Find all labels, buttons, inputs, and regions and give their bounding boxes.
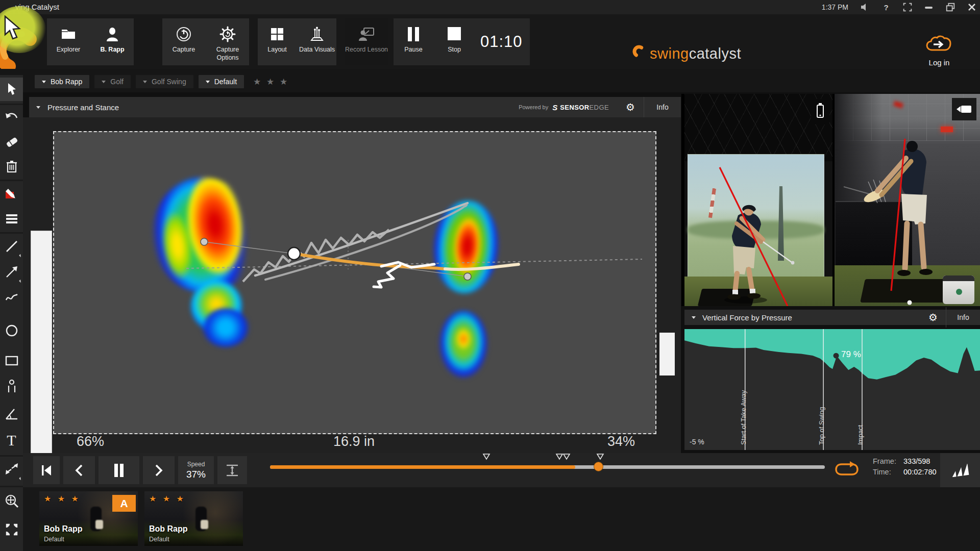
- playback-speed-button[interactable]: Speed 37%: [178, 456, 214, 484]
- center-of-pressure-dot[interactable]: [288, 247, 300, 260]
- stop-recording-button[interactable]: Stop: [434, 18, 474, 65]
- cop-trace-cream: [445, 264, 519, 269]
- fullscreen-icon[interactable]: [902, 2, 913, 12]
- draw-color-tool[interactable]: [0, 182, 23, 206]
- force-panel-header: Vertical Force by Pressure ⚙ Info: [684, 310, 980, 325]
- eraser-tool[interactable]: [0, 130, 23, 154]
- loop-toggle-button[interactable]: [835, 461, 859, 480]
- user-button[interactable]: B. Rapp: [91, 18, 134, 65]
- restore-window-icon[interactable]: [945, 2, 955, 12]
- timeline-slider-handle[interactable]: [594, 462, 603, 471]
- delete-tool[interactable]: [0, 155, 23, 178]
- camera-source-chip[interactable]: [811, 99, 829, 124]
- previous-frame-button[interactable]: [63, 456, 95, 484]
- annotation-tool-sidebar: T: [0, 75, 23, 551]
- video-down-the-line[interactable]: [835, 94, 980, 306]
- thumbnail-preset-name: Default: [44, 536, 64, 543]
- timeline-bookmarks[interactable]: [480, 454, 612, 461]
- plumb-line-tool[interactable]: [0, 374, 23, 398]
- logo-swing-text: swing: [650, 45, 689, 62]
- help-icon[interactable]: ?: [881, 2, 891, 12]
- stance-width-value: 16.9 in: [333, 434, 375, 449]
- pause-recording-button[interactable]: Pause: [394, 18, 433, 65]
- explorer-button[interactable]: Explorer: [47, 18, 90, 65]
- camera-source-chip[interactable]: [952, 98, 976, 120]
- pressure-panel-header-right: Powered by S SENSOR EDGE ⚙ Info: [519, 97, 681, 117]
- text-tool[interactable]: T: [0, 429, 23, 452]
- pressure-info-button[interactable]: Info: [644, 97, 681, 117]
- close-icon[interactable]: [967, 2, 977, 12]
- more-visuals-button[interactable]: [940, 453, 980, 487]
- person-icon: [105, 24, 120, 44]
- breadcrumb-athlete-dropdown[interactable]: Bob Rapp: [35, 75, 89, 88]
- rating-stars[interactable]: ★ ★ ★: [253, 77, 289, 87]
- skip-to-start-button[interactable]: [33, 456, 60, 484]
- rectangle-tool[interactable]: [0, 349, 23, 372]
- pressure-settings-button[interactable]: ⚙: [617, 97, 644, 117]
- thumbnail-rating-stars: ★ ★ ★: [44, 494, 81, 504]
- breadcrumb-sport-dropdown[interactable]: Golf: [94, 75, 131, 88]
- collapse-caret-icon[interactable]: [692, 316, 696, 319]
- line-width-tool[interactable]: [0, 207, 23, 230]
- capture-settings-gear-icon: [218, 24, 237, 44]
- capture-button[interactable]: Capture: [162, 18, 205, 65]
- right-foot-cop-dot[interactable]: [464, 273, 471, 280]
- data-visuals-button[interactable]: Data Visuals: [298, 18, 336, 65]
- gear-icon: ⚙: [626, 101, 635, 113]
- left-foot-percent: 66%: [77, 434, 104, 449]
- pressure-trace-overlay: [53, 131, 656, 434]
- breadcrumb-activity-dropdown[interactable]: Golf Swing: [136, 75, 193, 88]
- sensoredge-brand: SENSOR: [560, 104, 589, 111]
- pressure-panel-title: Pressure and Stance: [47, 103, 119, 112]
- freehand-curve-tool[interactable]: [0, 286, 23, 309]
- system-clock: 1:37 PM: [822, 3, 848, 11]
- mouse-cursor-icon: [3, 15, 27, 44]
- force-settings-button[interactable]: ⚙: [920, 307, 946, 328]
- circle-tool[interactable]: [0, 319, 23, 342]
- sensoredge-brand-suffix: EDGE: [590, 104, 609, 111]
- titlebar: ving Catalyst 1:37 PM ?: [0, 0, 980, 14]
- swing-thumbnail[interactable]: ★ ★ ★ Bob Rapp Default: [144, 491, 243, 546]
- zoom-pan-tool[interactable]: [0, 489, 23, 513]
- swing-event-label: Impact: [856, 425, 864, 445]
- flyout-indicator: [19, 477, 22, 480]
- force-area-series: [684, 329, 980, 380]
- login-button[interactable]: Log in: [914, 35, 965, 67]
- left-foot-cop-dot[interactable]: [201, 238, 208, 245]
- volume-icon[interactable]: [860, 2, 870, 12]
- panel-splitter-handle[interactable]: [659, 333, 675, 375]
- layout-button[interactable]: Layout: [258, 18, 297, 65]
- folder-icon: [60, 24, 77, 44]
- time-label: Time:: [873, 468, 903, 476]
- arrow-tool[interactable]: [0, 260, 23, 284]
- vertical-scrollbar-thumb[interactable]: [31, 231, 52, 454]
- record-lesson-icon: [358, 24, 375, 44]
- breadcrumb: Bob Rapp Golf Golf Swing Default ★ ★ ★: [35, 75, 289, 88]
- frame-label: Frame:: [873, 457, 903, 465]
- swing-thumbnail-active[interactable]: ★ ★ ★ A Bob Rapp Default: [39, 491, 138, 546]
- titlebar-controls: 1:37 PM ?: [822, 0, 977, 14]
- toolbar-group-media: Pause Stop 01:10: [394, 18, 530, 65]
- collapse-caret-icon[interactable]: [36, 106, 40, 109]
- thumbnail-rating-stars: ★ ★ ★: [149, 494, 186, 504]
- measure-tool[interactable]: [0, 458, 23, 481]
- force-marker-dot[interactable]: [834, 353, 839, 359]
- select-tool[interactable]: [0, 78, 23, 101]
- video-face-on[interactable]: [684, 94, 832, 306]
- pause-playback-button[interactable]: [99, 456, 139, 484]
- line-tool[interactable]: [0, 235, 23, 258]
- record-lesson-button[interactable]: Record Lesson: [345, 18, 388, 65]
- undo-tool[interactable]: [0, 106, 23, 129]
- angle-tool[interactable]: [0, 402, 23, 425]
- vertical-force-chart[interactable]: Start of Take AwayTop of SwingImpact 79 …: [684, 329, 980, 450]
- trim-range-button[interactable]: [217, 456, 247, 484]
- pressure-panel-header: Pressure and Stance Powered by S SENSOR …: [29, 97, 681, 117]
- timeline-slider-track[interactable]: [270, 465, 825, 469]
- force-info-button[interactable]: Info: [946, 307, 980, 328]
- fullscreen-expand-tool[interactable]: [0, 518, 23, 541]
- breadcrumb-view-dropdown[interactable]: Default: [199, 75, 244, 88]
- next-frame-button[interactable]: [143, 456, 175, 484]
- minimize-icon[interactable]: [924, 2, 934, 12]
- capture-options-button[interactable]: Capture Options: [206, 18, 249, 65]
- active-video-badge: A: [112, 495, 136, 512]
